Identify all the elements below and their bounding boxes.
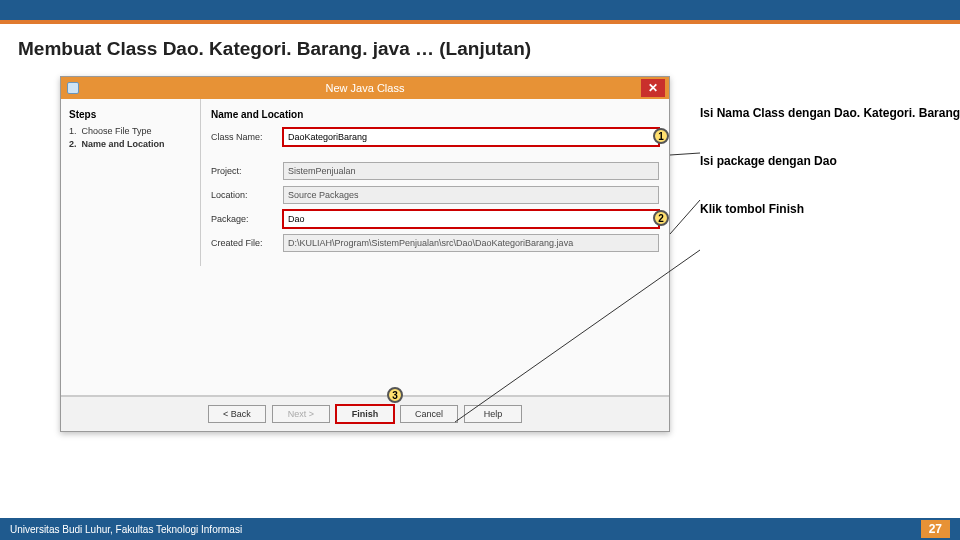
steps-panel: Steps 1. Choose File Type 2. Name and Lo… bbox=[61, 99, 201, 266]
form-panel: Name and Location Class Name: 1 Project:… bbox=[201, 99, 669, 266]
annotation-1: Isi Nama Class dengan Dao. Kategori. Bar… bbox=[700, 106, 960, 120]
select-location[interactable] bbox=[283, 186, 659, 204]
dialog-title: New Java Class bbox=[326, 82, 405, 94]
dialog-body: Steps 1. Choose File Type 2. Name and Lo… bbox=[61, 99, 669, 266]
help-button[interactable]: Help bbox=[464, 405, 522, 423]
annotations: Isi Nama Class dengan Dao. Kategori. Bar… bbox=[700, 106, 960, 250]
row-location: Location: bbox=[211, 186, 659, 204]
label-package: Package: bbox=[211, 214, 283, 224]
label-class-name: Class Name: bbox=[211, 132, 283, 142]
back-button[interactable]: < Back bbox=[208, 405, 266, 423]
page-number: 27 bbox=[921, 520, 950, 538]
step-1: 1. Choose File Type bbox=[69, 126, 192, 136]
row-class-name: Class Name: 1 bbox=[211, 128, 659, 146]
content-area: New Java Class ✕ Steps 1. Choose File Ty… bbox=[0, 66, 960, 432]
label-location: Location: bbox=[211, 190, 283, 200]
row-project: Project: bbox=[211, 162, 659, 180]
input-project bbox=[283, 162, 659, 180]
form-header: Name and Location bbox=[211, 109, 659, 120]
dialog-spacer bbox=[61, 266, 669, 396]
steps-header: Steps bbox=[69, 109, 192, 120]
new-class-dialog: New Java Class ✕ Steps 1. Choose File Ty… bbox=[60, 76, 670, 432]
dialog-footer: < Back Next > Finish Cancel Help 3 bbox=[61, 396, 669, 431]
marker-3: 3 bbox=[387, 387, 403, 403]
slide-title: Membuat Class Dao. Kategori. Barang. jav… bbox=[0, 24, 960, 66]
row-created: Created File: bbox=[211, 234, 659, 252]
next-button: Next > bbox=[272, 405, 330, 423]
input-class-name[interactable] bbox=[283, 128, 659, 146]
step-2: 2. Name and Location bbox=[69, 139, 192, 149]
input-package[interactable] bbox=[283, 210, 659, 228]
dialog-titlebar: New Java Class ✕ bbox=[61, 77, 669, 99]
marker-1: 1 bbox=[653, 128, 669, 144]
close-button[interactable]: ✕ bbox=[641, 79, 665, 97]
annotation-3: Klik tombol Finish bbox=[700, 202, 960, 216]
finish-button[interactable]: Finish bbox=[336, 405, 394, 423]
label-created: Created File: bbox=[211, 238, 283, 248]
footer-bar: Universitas Budi Luhur, Fakultas Teknolo… bbox=[0, 518, 960, 540]
footer-org: Universitas Budi Luhur, Fakultas Teknolo… bbox=[10, 524, 242, 535]
marker-2: 2 bbox=[653, 210, 669, 226]
top-banner bbox=[0, 0, 960, 24]
input-created bbox=[283, 234, 659, 252]
annotation-2: Isi package dengan Dao bbox=[700, 154, 960, 168]
java-cube-icon bbox=[67, 82, 79, 94]
label-project: Project: bbox=[211, 166, 283, 176]
row-package: Package: 2 bbox=[211, 210, 659, 228]
cancel-button[interactable]: Cancel bbox=[400, 405, 458, 423]
